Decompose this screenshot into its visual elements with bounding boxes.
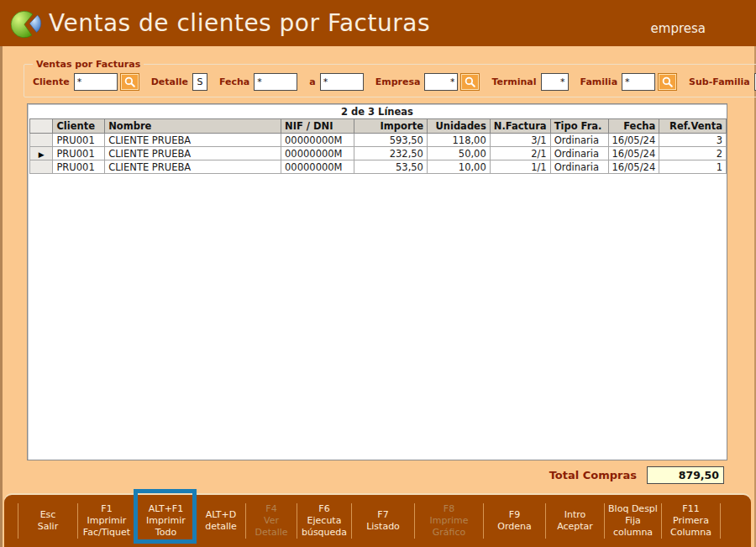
col-nombre[interactable]: Nombre xyxy=(105,119,281,134)
toolbar-separator xyxy=(720,503,721,539)
cell-cliente[interactable]: PRU001 xyxy=(53,147,105,160)
cell-importe[interactable]: 593,50 xyxy=(354,134,427,147)
total-compras-value: 879,50 xyxy=(647,466,724,484)
cell-importe[interactable]: 232,50 xyxy=(354,147,427,160)
row-counter: 2 de 3 Líneas xyxy=(28,104,727,118)
page-title: Ventas de clientes por Facturas xyxy=(49,9,430,37)
row-selector[interactable] xyxy=(30,160,53,174)
col-fecha[interactable]: Fecha xyxy=(608,119,659,134)
empresa-input[interactable] xyxy=(424,73,458,91)
invoices-table: Cliente Nombre NIF / DNI Importe Unidade… xyxy=(29,118,727,174)
cliente-search-button[interactable] xyxy=(120,73,139,91)
f4-ver-detalle-button: F4 Ver Detalle xyxy=(246,495,297,547)
esc-salir-button[interactable]: Esc Salir xyxy=(18,495,77,547)
familia-input[interactable] xyxy=(622,73,655,91)
cell-refventa[interactable]: 2 xyxy=(659,147,727,160)
row-selector[interactable] xyxy=(30,134,53,147)
cell-nfactura[interactable]: 1/1 xyxy=(490,160,550,174)
toolbar-separator xyxy=(297,503,297,539)
cell-unidades[interactable]: 10,00 xyxy=(427,160,490,174)
cell-unidades[interactable]: 118,00 xyxy=(427,134,490,147)
col-nif[interactable]: NIF / DNI xyxy=(281,119,354,134)
total-compras-label: Total Compras xyxy=(549,469,637,481)
total-row: Total Compras 879,50 xyxy=(0,466,724,484)
toolbar-separator xyxy=(661,503,662,539)
col-nfactura[interactable]: N.Factura xyxy=(490,119,550,134)
toolbar-separator xyxy=(135,503,136,539)
cliente-label: Cliente xyxy=(33,76,70,87)
fecha-hasta-label: a xyxy=(309,76,315,87)
magnifier-icon xyxy=(661,76,674,88)
title-bar: Ventas de clientes por Facturas empresa xyxy=(0,0,756,46)
cell-nif[interactable]: 00000000M xyxy=(281,134,354,147)
cell-nfactura[interactable]: 3/1 xyxy=(490,134,550,147)
toolbar-separator xyxy=(77,503,78,539)
cell-nombre[interactable]: CLIENTE PRUEBA xyxy=(105,134,281,147)
terminal-label: Terminal xyxy=(491,76,536,87)
familia-label: Familia xyxy=(580,76,618,87)
f1-imprimir-factiquet-button[interactable]: F1 Imprimir Fac/Tiquet xyxy=(78,495,135,547)
f7-listado-button[interactable]: F7 Listado xyxy=(352,495,414,547)
row-selector: ▶ xyxy=(30,147,53,160)
cell-nombre[interactable]: CLIENTE PRUEBA xyxy=(105,160,281,174)
cell-nfactura[interactable]: 2/1 xyxy=(490,147,550,160)
table-row-selected[interactable]: ▶ PRU001 CLIENTE PRUEBA 00000000M 232,50… xyxy=(30,147,727,160)
subfamilia-label: Sub-Familia xyxy=(689,76,750,87)
detalle-label: Detalle xyxy=(151,76,188,87)
fecha-hasta-input[interactable] xyxy=(320,73,364,91)
altd-detalle-button[interactable]: ALT+D detalle xyxy=(197,495,245,547)
empresa-search-button[interactable] xyxy=(460,73,480,91)
col-cliente[interactable]: Cliente xyxy=(53,119,105,134)
pie-chart-logo-icon xyxy=(8,6,44,41)
cell-nif[interactable]: 00000000M xyxy=(281,147,354,160)
toolbar-separator xyxy=(245,503,246,539)
cell-nombre[interactable]: CLIENTE PRUEBA xyxy=(105,147,281,160)
f9-ordena-button[interactable]: F9 Ordena xyxy=(484,495,545,547)
bloqdespl-fija-columna-button[interactable]: Bloq Despl Fija columna xyxy=(605,495,661,547)
familia-search-button[interactable] xyxy=(658,73,677,91)
magnifier-icon xyxy=(464,76,476,88)
toolbar-separator xyxy=(18,503,18,539)
table-header-row: Cliente Nombre NIF / DNI Importe Unidade… xyxy=(30,119,727,134)
cell-fecha[interactable]: 16/05/24 xyxy=(608,134,659,147)
cell-tipofra[interactable]: Ordinaria xyxy=(550,160,608,174)
magnifier-icon xyxy=(123,76,136,88)
toolbar-separator xyxy=(483,503,484,539)
col-importe[interactable]: Importe xyxy=(354,119,427,134)
fecha-desde-input[interactable] xyxy=(254,73,297,91)
toolbar-separator xyxy=(414,503,415,539)
filters-panel: Ventas por Facturas Cliente Detalle Fech… xyxy=(24,59,756,97)
company-name: empresa xyxy=(651,21,706,36)
cell-fecha[interactable]: 16/05/24 xyxy=(608,147,659,160)
col-unidades[interactable]: Unidades xyxy=(427,119,490,134)
row-selector-header xyxy=(30,119,53,134)
cell-importe[interactable]: 53,50 xyxy=(354,160,427,174)
detalle-input[interactable] xyxy=(192,73,207,91)
cell-cliente[interactable]: PRU001 xyxy=(53,160,105,174)
cell-fecha[interactable]: 16/05/24 xyxy=(608,160,659,174)
terminal-input[interactable] xyxy=(541,73,569,91)
cell-nif[interactable]: 00000000M xyxy=(281,160,354,174)
intro-aceptar-button[interactable]: Intro Aceptar xyxy=(546,495,604,547)
selected-row-marker-icon: ▶ xyxy=(39,150,45,159)
table-row[interactable]: PRU001 CLIENTE PRUEBA 00000000M 593,50 1… xyxy=(30,134,727,147)
cliente-input[interactable] xyxy=(74,73,118,91)
cell-refventa[interactable]: 3 xyxy=(659,134,727,147)
app-window: Ventas de clientes por Facturas empresa … xyxy=(0,0,756,547)
f11-primera-columna-button[interactable]: F11 Primera Columna xyxy=(662,495,720,547)
cell-tipofra[interactable]: Ordinaria xyxy=(550,134,608,147)
empresa-label: Empresa xyxy=(375,76,421,87)
cell-refventa[interactable]: 1 xyxy=(659,160,727,174)
f8-imprime-grafico-button: F8 Imprime Gráfico xyxy=(415,495,483,547)
toolbar-separator xyxy=(196,503,197,539)
altf1-imprimir-todo-button[interactable]: ALT+F1 Imprimir Todo xyxy=(136,495,196,547)
f6-ejecuta-busqueda-button[interactable]: F6 Ejecuta búsqueda xyxy=(297,495,351,547)
col-tipofra[interactable]: Tipo Fra. xyxy=(550,119,608,134)
fecha-label: Fecha xyxy=(219,76,249,87)
filters-legend: Ventas por Facturas xyxy=(33,59,144,70)
cell-unidades[interactable]: 50,00 xyxy=(427,147,490,160)
table-row[interactable]: PRU001 CLIENTE PRUEBA 00000000M 53,50 10… xyxy=(30,160,727,174)
cell-tipofra[interactable]: Ordinaria xyxy=(550,147,608,160)
col-refventa[interactable]: Ref.Venta xyxy=(659,119,727,134)
cell-cliente[interactable]: PRU001 xyxy=(53,134,105,147)
